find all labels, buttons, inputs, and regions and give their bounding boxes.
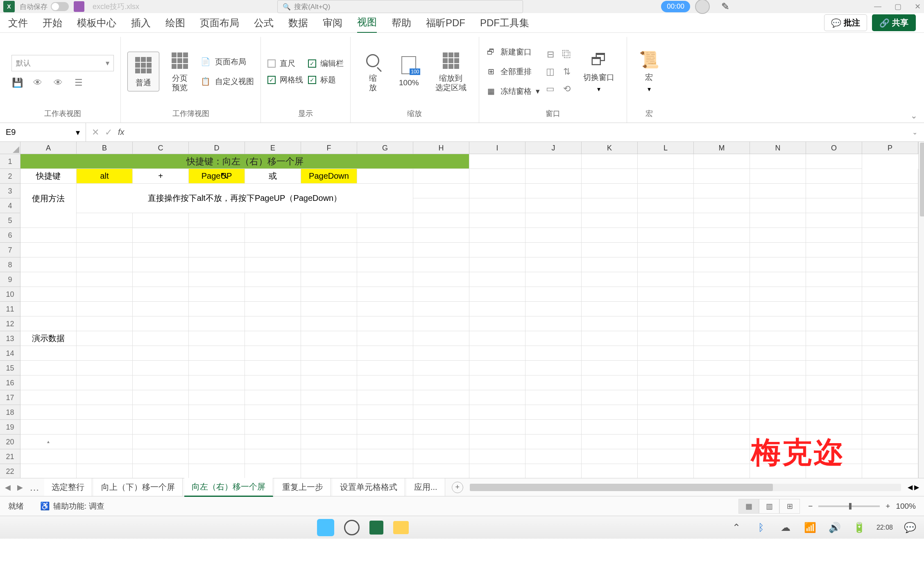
- cell[interactable]: [413, 316, 469, 331]
- cell[interactable]: [20, 287, 77, 302]
- cell[interactable]: [133, 243, 189, 257]
- cell[interactable]: [357, 316, 413, 331]
- cell[interactable]: [77, 405, 133, 420]
- cell[interactable]: [469, 228, 525, 243]
- cell[interactable]: [582, 316, 638, 331]
- add-sheet-button[interactable]: +: [452, 482, 463, 493]
- cell[interactable]: [750, 243, 806, 257]
- sheet-next-icon[interactable]: ▶: [17, 483, 23, 492]
- col-header-J[interactable]: J: [525, 142, 582, 154]
- cell[interactable]: [301, 405, 357, 420]
- cell[interactable]: [638, 257, 694, 272]
- cell[interactable]: [582, 198, 638, 213]
- cell[interactable]: [694, 331, 750, 346]
- taskbar-excel-icon[interactable]: [369, 521, 383, 535]
- cell[interactable]: [189, 361, 245, 375]
- row-header-16[interactable]: 16: [0, 375, 20, 390]
- cell[interactable]: [862, 346, 918, 361]
- comment-button[interactable]: 💬 批注: [824, 14, 867, 31]
- row-header-22[interactable]: 22: [0, 464, 20, 478]
- cell[interactable]: [525, 346, 582, 361]
- cell[interactable]: [750, 169, 806, 184]
- col-header-H[interactable]: H: [413, 142, 469, 154]
- cell[interactable]: [189, 302, 245, 316]
- cell[interactable]: [189, 449, 245, 464]
- cell[interactable]: [189, 375, 245, 390]
- cell[interactable]: [862, 331, 918, 346]
- close-icon[interactable]: ✕: [915, 2, 921, 11]
- cell[interactable]: [582, 390, 638, 405]
- cell[interactable]: [638, 375, 694, 390]
- cell[interactable]: [469, 464, 525, 478]
- cell[interactable]: [301, 390, 357, 405]
- expand-formula-icon[interactable]: ⌄: [906, 128, 924, 136]
- normal-view-icon[interactable]: ▦: [738, 499, 759, 514]
- cell[interactable]: [750, 272, 806, 287]
- cell[interactable]: [133, 257, 189, 272]
- cell[interactable]: [20, 346, 77, 361]
- cell[interactable]: [20, 420, 77, 435]
- cell[interactable]: [469, 346, 525, 361]
- notification-icon[interactable]: 💬: [903, 520, 917, 535]
- cell[interactable]: [245, 272, 301, 287]
- custom-view-button[interactable]: 📋自定义视图: [200, 75, 254, 89]
- cell[interactable]: [301, 420, 357, 435]
- cell[interactable]: [301, 316, 357, 331]
- cell[interactable]: [77, 302, 133, 316]
- tab-pdftools[interactable]: PDF工具集: [480, 13, 529, 33]
- col-header-O[interactable]: O: [806, 142, 862, 154]
- gridlines-checkbox[interactable]: ✓网格线: [267, 75, 303, 85]
- cell[interactable]: [469, 449, 525, 464]
- cell[interactable]: [133, 375, 189, 390]
- cell[interactable]: [301, 331, 357, 346]
- cell[interactable]: [694, 213, 750, 228]
- cell[interactable]: [189, 331, 245, 346]
- cell[interactable]: [469, 257, 525, 272]
- cell[interactable]: [20, 405, 77, 420]
- sheet-view-dropdown[interactable]: 默认 ▾: [11, 55, 114, 71]
- cell[interactable]: [638, 390, 694, 405]
- row-header-12[interactable]: 12: [0, 316, 20, 331]
- side-by-side-icon[interactable]: ⿻: [561, 49, 573, 60]
- cell[interactable]: [862, 449, 918, 464]
- cell[interactable]: [862, 169, 918, 184]
- cell[interactable]: [189, 346, 245, 361]
- battery-icon[interactable]: 🔋: [852, 520, 867, 535]
- cells-area[interactable]: 快捷键：向左（右）移一个屏 快捷键 alt + PageUP 或 PageDow…: [20, 154, 918, 478]
- cell[interactable]: [694, 169, 750, 184]
- cell[interactable]: [301, 257, 357, 272]
- options-icon[interactable]: ☰: [73, 77, 84, 89]
- row-header-17[interactable]: 17: [0, 390, 20, 405]
- cell[interactable]: [77, 390, 133, 405]
- cell[interactable]: [189, 316, 245, 331]
- cell[interactable]: [20, 464, 77, 478]
- taskbar-folder-icon[interactable]: [393, 521, 409, 534]
- cell[interactable]: [638, 435, 694, 449]
- cell[interactable]: [469, 405, 525, 420]
- cell[interactable]: [525, 154, 582, 169]
- col-header-I[interactable]: I: [469, 142, 525, 154]
- cell[interactable]: [638, 154, 694, 169]
- cell[interactable]: [750, 316, 806, 331]
- cell[interactable]: [77, 346, 133, 361]
- cell[interactable]: [582, 361, 638, 375]
- row-header-13[interactable]: 13: [0, 331, 20, 346]
- cell[interactable]: [525, 405, 582, 420]
- cell[interactable]: [525, 302, 582, 316]
- formula-bar-checkbox[interactable]: ✓编辑栏: [308, 58, 344, 69]
- cell[interactable]: [638, 198, 694, 213]
- cell[interactable]: [750, 198, 806, 213]
- cell[interactable]: [638, 272, 694, 287]
- cell[interactable]: [806, 154, 862, 169]
- vertical-scrollbar[interactable]: [918, 142, 924, 478]
- cell[interactable]: [862, 302, 918, 316]
- maximize-icon[interactable]: ▢: [895, 2, 901, 11]
- zoom-thumb[interactable]: [849, 503, 852, 510]
- zoom-percent[interactable]: 100%: [896, 502, 916, 511]
- cell[interactable]: [133, 346, 189, 361]
- cell[interactable]: [525, 361, 582, 375]
- cell[interactable]: [133, 287, 189, 302]
- cell[interactable]: [694, 449, 750, 464]
- cell[interactable]: [413, 346, 469, 361]
- cell[interactable]: [638, 449, 694, 464]
